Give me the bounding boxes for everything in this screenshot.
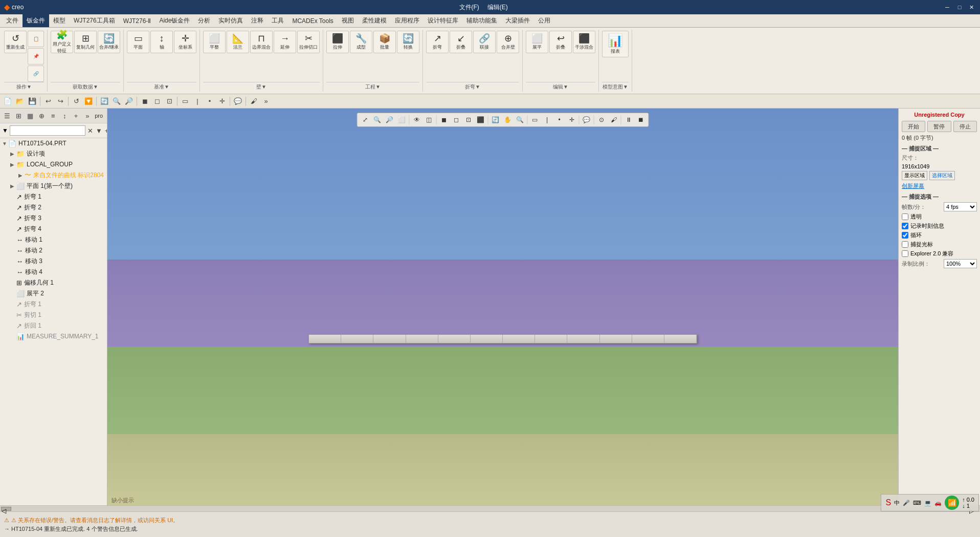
form-button[interactable]: 🔧成型 xyxy=(350,31,372,53)
tree-item-move3[interactable]: ↔移动 3 xyxy=(0,256,107,267)
link-button[interactable]: 🔗联接 xyxy=(473,31,496,53)
merge-button[interactable]: 🔄合并/继承 xyxy=(98,31,120,53)
menubar-item-注释[interactable]: 注释 xyxy=(247,14,268,27)
menubar-item-工具[interactable]: 工具 xyxy=(268,14,288,27)
tree-item-fold4[interactable]: ↗折弯 4 xyxy=(0,224,107,234)
tree-tile-btn[interactable]: ⊞ xyxy=(13,110,24,121)
coord-quick-button[interactable]: ✛ xyxy=(216,96,228,107)
tree-item-fold1_sup[interactable]: ↗折回 1 xyxy=(0,320,107,331)
vp-datum-axis[interactable]: | xyxy=(542,114,553,125)
loop-checkbox[interactable] xyxy=(902,232,908,239)
convert-button[interactable]: 🔄转换 xyxy=(397,31,419,53)
vp-zoom[interactable]: 🔍 xyxy=(515,114,526,125)
extrude-cut-button[interactable]: ✂拉伸切口 xyxy=(297,31,320,53)
tree-item-plane1[interactable]: ▶⬜平面 1(第一个壁) xyxy=(0,181,107,191)
menubar-item-文件[interactable]: 文件 xyxy=(2,14,23,27)
tree-item-measure[interactable]: 📊MEASURE_SUMMARY_1 xyxy=(0,331,107,341)
vp-shade[interactable]: ◼ xyxy=(438,114,450,125)
regen-quick-button[interactable]: ↺ xyxy=(71,96,82,107)
tree-item-fold3[interactable]: ↗折弯 3 xyxy=(0,213,107,224)
datum-point-quick-button[interactable]: • xyxy=(204,96,215,107)
menubar-item-大梁插件[interactable]: 大梁插件 xyxy=(501,14,534,27)
tree-item-root[interactable]: ▼📄HT10715-04.PRT xyxy=(0,138,107,148)
zoomout-button[interactable]: 🔎 xyxy=(123,96,135,107)
tree-filter-btn[interactable]: ≡ xyxy=(48,110,58,121)
extrude-button[interactable]: ⬛拉伸 xyxy=(326,31,349,53)
csys-button[interactable]: ✛坐标系 xyxy=(174,31,196,53)
paste-button[interactable]: 📌 xyxy=(28,48,44,65)
boundary-blend-button[interactable]: ⊓边界混合 xyxy=(250,31,273,53)
tree-item-flat2[interactable]: ⬜展平 2 xyxy=(0,288,107,299)
vp-named-view[interactable]: 👁 xyxy=(411,114,422,125)
vp-datum-plane[interactable]: ▭ xyxy=(529,114,541,125)
explorer-checkbox[interactable] xyxy=(902,250,908,257)
tree-columns-btn[interactable]: ▦ xyxy=(25,110,35,121)
tree-item-curve[interactable]: ▶〜来自文件的曲线 标识2804 xyxy=(0,169,107,181)
more-button[interactable]: » xyxy=(260,96,272,107)
cursor-checkbox[interactable] xyxy=(902,241,908,248)
flange-button[interactable]: 📐法兰 xyxy=(227,31,249,53)
vp-pan[interactable]: ✋ xyxy=(502,114,514,125)
filter-input[interactable] xyxy=(10,125,85,136)
show-area-button[interactable]: 显示区域 xyxy=(902,171,927,180)
vp-zoom-out[interactable]: 🔎 xyxy=(384,114,395,125)
ratio-select[interactable]: 100% 75% 50% xyxy=(944,259,977,268)
menubar-item-设计特征库[interactable]: 设计特征库 xyxy=(424,14,462,27)
datum-plane-quick-button[interactable]: ▭ xyxy=(180,96,191,107)
select-area-button[interactable]: 选择区域 xyxy=(929,171,955,180)
save-button[interactable]: 💾 xyxy=(27,96,38,107)
vp-zoom-in[interactable]: 🔍 xyxy=(372,114,383,125)
scroll-left-button[interactable]: ◁ xyxy=(1,507,11,511)
annot-quick-button[interactable]: 💬 xyxy=(232,96,243,107)
vp-shade-edge[interactable]: ◻ xyxy=(451,114,462,125)
viewport[interactable]: ⤢ 🔍 🔎 ⬜ 👁 ◫ ◼ ◻ ⊡ ⬛ 🔄 ✋ 🔍 ▭ | • ✛ 💬 ⊙ xyxy=(107,109,898,505)
menubar-item-WJT276工具箱[interactable]: WJT276工具箱 xyxy=(70,14,119,27)
tree-sort-btn[interactable]: ↕ xyxy=(59,110,70,121)
menubar-item-公用[interactable]: 公用 xyxy=(534,14,554,27)
filter-clear-btn[interactable]: ✕ xyxy=(87,125,94,136)
expand-arrow[interactable]: ▼ xyxy=(2,141,8,146)
vp-csys[interactable]: ✛ xyxy=(566,114,577,125)
vp-repaint[interactable]: 🖌 xyxy=(608,114,619,125)
tree-more-btn[interactable]: » xyxy=(82,110,93,121)
open-button[interactable]: 📂 xyxy=(14,96,26,107)
user-feature-button[interactable]: 🧩用户定义特征 xyxy=(51,31,73,53)
tree-item-design[interactable]: ▶📁设计项 xyxy=(0,148,107,159)
file-menu-small[interactable]: 文件(F) xyxy=(459,3,479,12)
stop-button[interactable]: 停止 xyxy=(953,121,977,132)
menubar-item-WJT276-Ⅱ[interactable]: WJT276-Ⅱ xyxy=(119,14,155,27)
vp-hidden[interactable]: ⊡ xyxy=(463,114,474,125)
minimize-button[interactable]: ─ xyxy=(943,3,951,11)
tree-item-move1[interactable]: ↔移动 1 xyxy=(0,234,107,245)
expand-arrow[interactable]: ▶ xyxy=(10,151,16,157)
vp-stop[interactable]: ⏹ xyxy=(635,114,647,125)
vp-zoom-window[interactable]: ⬜ xyxy=(396,114,408,125)
copy-button[interactable]: 📋 xyxy=(28,31,44,47)
new-button[interactable]: 📄 xyxy=(2,96,13,107)
close-button[interactable]: ✕ xyxy=(968,3,976,11)
vp-datum-point[interactable]: • xyxy=(554,114,565,125)
menubar-item-实时仿真[interactable]: 实时仿真 xyxy=(214,14,247,27)
vp-pause[interactable]: ⏸ xyxy=(623,114,634,125)
redo-button[interactable]: ↪ xyxy=(55,96,66,107)
flat-wall-button[interactable]: ⬜平整 xyxy=(203,31,226,53)
tree-item-fold2[interactable]: ↗折弯 2 xyxy=(0,202,107,213)
report-button[interactable]: 📊报表 xyxy=(602,31,629,57)
spin-button[interactable]: 🔄 xyxy=(99,96,110,107)
record-info-checkbox[interactable] xyxy=(902,223,908,229)
pause-button[interactable]: 暂停 xyxy=(927,121,951,132)
expand-arrow[interactable]: ▶ xyxy=(10,162,16,167)
menubar-item-Aide钣金件[interactable]: Aide钣金件 xyxy=(155,14,194,27)
expand-arrow[interactable]: ▶ xyxy=(10,183,16,189)
menubar-item-辅助功能集[interactable]: 辅助功能集 xyxy=(462,14,501,27)
shade3-button[interactable]: ⊡ xyxy=(164,96,175,107)
paste-geom-button[interactable]: 🔗 xyxy=(28,66,44,82)
extend-button[interactable]: →延伸 xyxy=(274,31,296,53)
menubar-item-分析[interactable]: 分析 xyxy=(194,14,214,27)
zoomin-button[interactable]: 🔍 xyxy=(111,96,122,107)
regen-button[interactable]: ↺重新生成 xyxy=(4,31,27,53)
tree-item-fold1[interactable]: ↗折弯 1 xyxy=(0,191,107,202)
shade2-button[interactable]: ◻ xyxy=(151,96,163,107)
interfere-button[interactable]: ⬛干涉混合 xyxy=(573,31,595,53)
tree-item-move2[interactable]: ↔移动 2 xyxy=(0,245,107,256)
